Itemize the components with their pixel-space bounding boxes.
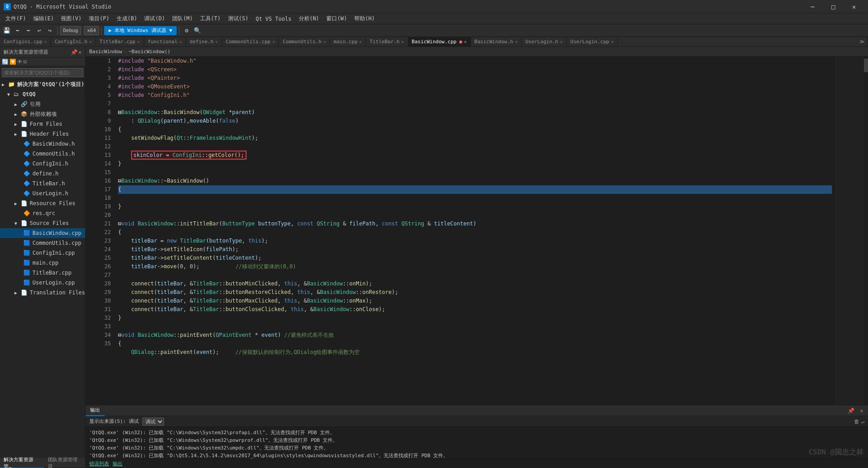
menu-project[interactable]: 项目(P) xyxy=(85,14,113,24)
menu-build[interactable]: 生成(B) xyxy=(113,14,141,24)
menu-test[interactable]: 测试(S) xyxy=(224,14,252,24)
sidebar-item-form-files[interactable]: ▶ 📄 Form Files xyxy=(0,119,85,129)
sidebar-item-header-files[interactable]: ▶ 📄 Header Files xyxy=(0,129,85,139)
sidebar-tab-team[interactable]: 团队资源管理器 xyxy=(44,458,85,468)
sidebar-collapse-icon[interactable]: ⊟ xyxy=(23,59,27,65)
maximize-button[interactable]: □ xyxy=(823,0,844,14)
toolbar-forward-btn[interactable]: ➡ xyxy=(23,26,33,36)
solution-icon: 📁 xyxy=(8,81,15,87)
bp-pin-icon[interactable]: 📌 xyxy=(846,406,855,415)
project-label: QtQQ xyxy=(23,91,36,97)
solution-root[interactable]: ▶ 📁 解决方案'QtQQ'(1个项目) xyxy=(0,79,85,89)
secondary-bar: BasicWindow › ~BasicWindow() xyxy=(86,47,868,57)
sidebar-item-basicwindow-cpp[interactable]: 🟦 BasicWindow.cpp xyxy=(0,228,85,238)
sidebar-item-ext-deps[interactable]: ▶ 📦 外部依赖项 xyxy=(0,109,85,119)
sidebar-header: 解决方案资源管理器 📌 ✕ xyxy=(0,47,85,58)
sidebar: 解决方案资源管理器 📌 ✕ 🔄 🔽 👁 ⊟ ▶ 📁 解决方 xyxy=(0,47,86,468)
tab-basicwindow-h[interactable]: BasicWindow.h✕ xyxy=(471,37,522,46)
sidebar-filter-icon[interactable]: 🔽 xyxy=(9,59,16,65)
run-button[interactable]: ▶ 本地 Windows 调试器 ▼ xyxy=(104,26,177,35)
code-line-4: #include <QMouseEvent> xyxy=(118,83,832,91)
menu-file[interactable]: 文件(F) xyxy=(2,14,30,24)
toolbar-btn-extra2[interactable]: 🔍 xyxy=(192,26,202,36)
tab-define-h[interactable]: define.h✕ xyxy=(186,37,222,46)
toolbar-sep2 xyxy=(101,27,102,35)
toolbar-save-btn[interactable]: 💾 xyxy=(2,26,12,36)
sidebar-item-main-cpp[interactable]: 🟦 main.cpp xyxy=(0,258,85,268)
toolbar-redo-btn[interactable]: ↪ xyxy=(45,26,55,36)
sidebar-item-titlebar-cpp[interactable]: 🟦 TitleBar.cpp xyxy=(0,268,85,278)
sidebar-item-configini-cpp[interactable]: 🟦 ConfigIni.cpp xyxy=(0,248,85,258)
output-clear-btn[interactable]: 🗑 xyxy=(854,418,859,425)
config-dropdown[interactable]: Debug xyxy=(60,26,81,35)
toolbar-back-btn[interactable]: ⬅ xyxy=(13,26,23,36)
sidebar-item-define-h[interactable]: 🔷 define.h xyxy=(0,169,85,179)
sidebar-close-icon[interactable]: ✕ xyxy=(78,49,82,55)
tab-titlebar-h[interactable]: TitleBar.h✕ xyxy=(366,37,408,46)
code-line-19 xyxy=(118,211,832,220)
output-toolbar: 显示出来源(S): 调试 调试 🗑 ↵ xyxy=(86,416,868,427)
menu-edit[interactable]: 编辑(E) xyxy=(30,14,58,24)
menu-qtvs[interactable]: Qt VS Tools xyxy=(252,14,295,24)
header-files-icon: 📄 xyxy=(21,131,28,137)
tab-commonutils-h[interactable]: CommonUtils.h✕ xyxy=(279,37,330,46)
tab-userlogin-cpp[interactable]: UserLogin.cpp✕ xyxy=(567,37,618,46)
toolbar-undo-btn[interactable]: ↩ xyxy=(34,26,44,36)
sidebar-item-commonutils-h[interactable]: 🔷 CommonUtils.h xyxy=(0,149,85,159)
output-link[interactable]: 输出 xyxy=(113,460,123,467)
tab-main-cpp[interactable]: main.cpp✕ xyxy=(330,37,366,46)
menu-team[interactable]: 团队(M) xyxy=(169,14,196,24)
menu-view[interactable]: 视图(V) xyxy=(57,14,85,24)
sidebar-view-icon[interactable]: 👁 xyxy=(17,59,23,65)
sidebar-pin-icon[interactable]: 📌 xyxy=(71,49,78,55)
vertical-scrollbar[interactable] xyxy=(863,57,868,405)
code-line-1: #include "BasicWindow.h" xyxy=(118,57,832,65)
menu-help[interactable]: 帮助(H) xyxy=(351,14,379,24)
sidebar-item-configini-h[interactable]: 🔷 ConfigIni.h xyxy=(0,159,85,169)
sidebar-item-titlebar-h[interactable]: 🔷 TitleBar.h xyxy=(0,179,85,188)
code-line-15: ⊟BasicWindow::~BasicWindow() xyxy=(118,177,832,185)
error-list-link[interactable]: 错误列表 xyxy=(89,460,109,467)
sidebar-item-translation-files[interactable]: ▶ 📄 Translation Files xyxy=(0,288,85,298)
sidebar-item-source-files[interactable]: ▼ 📄 Source Files xyxy=(0,218,85,228)
menu-debug[interactable]: 调试(D) xyxy=(141,14,169,24)
output-line-2: 'QtQQ.exe' (Win32): 已加载 "C:\Windows\Syst… xyxy=(89,436,864,444)
bottom-tab-output[interactable]: 输出 xyxy=(86,405,105,416)
project-node[interactable]: ▼ 🗂 QtQQ xyxy=(0,89,85,99)
overflow-tabs-btn[interactable]: ≫ xyxy=(857,37,868,46)
qrc-file-icon: 🔶 xyxy=(23,210,31,216)
breadcrumb-method: ~BasicWindow() xyxy=(128,49,170,55)
code-editor[interactable]: #include "BasicWindow.h" #include <QScre… xyxy=(114,57,836,405)
tab-commonutils-cpp[interactable]: CommonUtils.cpp✕ xyxy=(222,37,279,46)
code-line-16: { xyxy=(118,185,832,194)
solution-label: 解决方案'QtQQ'(1个项目) xyxy=(17,81,84,88)
sidebar-tab-solution[interactable]: 解决方案资源管… xyxy=(0,458,44,468)
toolbar-btn-extra1[interactable]: ⚙ xyxy=(182,26,192,36)
tab-userlogin-h[interactable]: UserLogin.h✕ xyxy=(522,37,567,46)
search-input[interactable] xyxy=(2,68,83,77)
sidebar-item-resource-files[interactable]: ▶ 📄 Resource Files xyxy=(0,198,85,208)
sidebar-item-userlogin-cpp[interactable]: 🟦 UserLogin.cpp xyxy=(0,278,85,288)
sidebar-item-res-qrc[interactable]: 🔶 res.qrc xyxy=(0,208,85,218)
tab-titlebar-cpp[interactable]: TitleBar.cpp✕ xyxy=(96,37,144,46)
menu-tools[interactable]: 工具(T) xyxy=(196,14,224,24)
close-button[interactable]: ✕ xyxy=(844,0,864,14)
sidebar-item-commonutils-cpp[interactable]: 🟦 CommonUtils.cpp xyxy=(0,238,85,248)
platform-dropdown[interactable]: x64 xyxy=(84,26,99,35)
output-source-select[interactable]: 调试 xyxy=(142,418,164,426)
translation-files-icon: 📄 xyxy=(21,289,28,296)
tab-configini-cpp[interactable]: Configini.cpp✕ xyxy=(0,37,51,46)
tab-functional[interactable]: functional✕ xyxy=(144,37,186,46)
tab-basicwindow-cpp[interactable]: BasicWindow.cpp●✕ xyxy=(408,37,471,46)
menu-window[interactable]: 窗口(W) xyxy=(323,14,351,24)
titlebar-h-label: TitleBar.h xyxy=(32,180,65,187)
output-wrap-btn[interactable]: ↵ xyxy=(861,418,864,425)
sidebar-item-basicwindow-h[interactable]: 🔷 BasicWindow.h xyxy=(0,139,85,149)
sidebar-item-refs[interactable]: ▶ 🔗 引用 xyxy=(0,99,85,109)
sidebar-item-userlogin-h[interactable]: 🔷 UserLogin.h xyxy=(0,188,85,198)
bp-close-icon[interactable]: ✕ xyxy=(857,406,866,415)
minimize-button[interactable]: ─ xyxy=(802,0,823,14)
tab-configini-h[interactable]: ConfigIni.h✕ xyxy=(51,37,96,46)
sidebar-sync-icon[interactable]: 🔄 xyxy=(2,59,9,65)
menu-analyze[interactable]: 分析(N) xyxy=(295,14,323,24)
